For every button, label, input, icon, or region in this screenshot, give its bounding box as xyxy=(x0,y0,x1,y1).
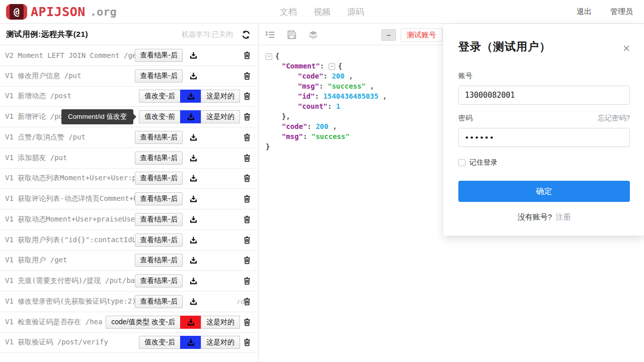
trash-icon[interactable] xyxy=(243,51,251,59)
view-result-button[interactable]: 查看结果-后 xyxy=(135,152,183,165)
diff-result-button[interactable]: code/值类型 改变-后 xyxy=(106,316,181,329)
test-case-row[interactable]: V1 获取评论列表-动态详情页Comment+U查看结果-后 xyxy=(0,189,258,209)
view-result-button[interactable]: 查看结果-后 xyxy=(135,131,183,144)
trash-icon[interactable] xyxy=(243,236,251,244)
nav-link-right[interactable]: 退出 xyxy=(577,7,592,17)
collapse-button[interactable]: − xyxy=(381,29,396,41)
register-link[interactable]: 注册 xyxy=(555,212,571,221)
account-label: 账号 xyxy=(458,71,630,81)
diff-result-button[interactable]: 值改变-前 xyxy=(139,110,181,123)
download-button[interactable] xyxy=(180,110,201,123)
json-token-num: 1540436485035 xyxy=(324,92,379,100)
download-icon[interactable] xyxy=(189,277,198,285)
test-case-row[interactable]: V2 Moment LEFT JOIN Comment /ge查看结果-后 xyxy=(0,45,258,66)
test-case-row[interactable]: V1 添加朋友 /put查看结果-后 xyxy=(0,148,258,169)
json-token-punc: : xyxy=(315,92,324,100)
test-case-row[interactable]: V1 新增动态 /post 值改变-后 这是对的 xyxy=(0,87,258,107)
download-icon[interactable] xyxy=(189,72,198,80)
download-icon[interactable] xyxy=(189,256,198,264)
trash-icon[interactable] xyxy=(243,113,251,121)
password-label: 密码 xyxy=(458,114,472,123)
diff-result-button[interactable]: 值改变-后 xyxy=(139,90,181,103)
download-icon[interactable] xyxy=(189,298,198,306)
trash-icon[interactable] xyxy=(243,195,251,203)
download-icon[interactable] xyxy=(189,195,198,203)
mark-correct-button[interactable]: 这是对的 xyxy=(201,316,240,329)
trash-icon[interactable] xyxy=(243,154,251,162)
nav-link-right[interactable]: 管理员 xyxy=(610,7,633,17)
toolbar-icons xyxy=(265,30,318,40)
save-icon[interactable] xyxy=(287,30,297,40)
test-account-button[interactable]: 测试账号 xyxy=(400,28,443,42)
test-case-row[interactable]: V1 新增评论 /post 值改变-前 这是对的 Comment/id 值改变 xyxy=(0,107,258,127)
forgot-password-link[interactable]: 忘记密码? xyxy=(598,114,630,123)
confirm-button[interactable]: 确定 xyxy=(458,181,630,202)
view-result-button[interactable]: 查看结果-后 xyxy=(135,234,183,247)
test-case-label: V1 获取动态列表Moment+User+User:p xyxy=(5,174,135,183)
test-case-row[interactable]: V1 获取验证码 /post/verify 值改变-后 这是对的 xyxy=(0,333,258,353)
trash-icon[interactable] xyxy=(243,338,251,347)
json-token-key: "count" xyxy=(298,102,328,110)
test-case-row[interactable]: V1 修改登录密码(先获取验证码type:2)查看结果-后 rd xyxy=(0,292,258,312)
download-icon[interactable] xyxy=(189,154,198,162)
download-button[interactable] xyxy=(180,90,201,103)
trash-icon[interactable] xyxy=(243,92,251,101)
view-result-button[interactable]: 查看结果-后 xyxy=(135,192,183,205)
top-nav: 文档视频源码 xyxy=(280,0,364,24)
diff-result-button[interactable]: 值改变-后 xyxy=(139,336,181,349)
mark-correct-button[interactable]: 这是对的 xyxy=(201,110,240,123)
trash-icon[interactable] xyxy=(243,297,251,306)
refresh-icon[interactable] xyxy=(241,30,251,40)
download-icon[interactable] xyxy=(189,133,198,141)
nav-link[interactable]: 视频 xyxy=(313,6,331,18)
account-input[interactable]: 13000082001 xyxy=(458,86,630,105)
download-button[interactable] xyxy=(180,316,201,329)
view-result-button[interactable]: 查看结果-后 xyxy=(135,49,183,62)
view-result-button[interactable]: 查看结果-后 xyxy=(135,295,183,308)
close-icon[interactable]: × xyxy=(623,42,630,54)
trash-icon[interactable] xyxy=(243,256,251,265)
json-token-punc: , xyxy=(329,122,337,130)
download-icon[interactable] xyxy=(189,51,198,59)
view-result-button[interactable]: 查看结果-后 xyxy=(135,254,183,267)
remember-login-checkbox[interactable] xyxy=(458,159,465,166)
test-case-row[interactable]: V1 获取动态Moment+User+praiseUse查看结果-后 xyxy=(0,209,258,230)
json-token-punc: : xyxy=(303,132,311,140)
collapse-toggle-icon[interactable]: − xyxy=(329,63,335,70)
json-token-key: "msg" xyxy=(298,82,319,90)
trash-icon[interactable] xyxy=(243,215,251,224)
password-input[interactable]: •••••• xyxy=(458,128,630,147)
test-case-row[interactable]: V1 获取动态列表Moment+User+User:p查看结果-后 xyxy=(0,169,258,189)
test-case-row[interactable]: V1 获取用户列表("id{}":contactIdL查看结果-后 xyxy=(0,230,258,251)
add-list-icon[interactable] xyxy=(265,30,276,40)
download-button[interactable] xyxy=(180,336,201,349)
trash-icon[interactable] xyxy=(243,318,251,326)
trash-icon[interactable] xyxy=(243,71,251,80)
mark-correct-button[interactable]: 这是对的 xyxy=(201,336,240,349)
test-case-row[interactable]: V1 点赞/取消点赞 /put查看结果-后 xyxy=(0,127,258,148)
nav-link[interactable]: 源码 xyxy=(347,6,364,18)
test-case-label: V1 获取用户 /get xyxy=(5,256,135,265)
view-result-button[interactable]: 查看结果-后 xyxy=(135,69,183,83)
layers-icon[interactable] xyxy=(308,30,318,40)
view-result-button[interactable]: 查看结果-后 xyxy=(135,274,183,287)
download-icon[interactable] xyxy=(189,236,198,244)
compare-button-group: 值改变-后 这是对的 xyxy=(139,336,240,349)
test-case-row[interactable]: V1 获取用户 /get查看结果-后 xyxy=(0,251,258,271)
nav-link[interactable]: 文档 xyxy=(280,6,297,18)
mark-correct-button[interactable]: 这是对的 xyxy=(201,90,240,103)
test-case-row[interactable]: V1 修改用户信息 /put查看结果-后 xyxy=(0,66,258,87)
trash-icon[interactable] xyxy=(243,174,251,183)
download-icon[interactable] xyxy=(189,174,198,182)
download-icon[interactable] xyxy=(189,215,198,224)
test-case-row[interactable]: V1 充值(需要支付密码)/提现 /put/ba查看结果-后 xyxy=(0,271,258,292)
collapse-toggle-icon[interactable]: − xyxy=(266,53,272,60)
trash-icon[interactable] xyxy=(243,133,251,141)
top-header: @ APIJSON .org 文档视频源码 退出管理员 xyxy=(0,0,644,24)
json-token-punc: , xyxy=(366,82,374,90)
view-result-button[interactable]: 查看结果-后 xyxy=(135,213,183,226)
apijson-logo[interactable]: @ APIJSON .org xyxy=(6,4,117,20)
view-result-button[interactable]: 查看结果-后 xyxy=(135,172,183,185)
trash-icon[interactable] xyxy=(243,277,251,285)
test-case-row[interactable]: V1 检查验证码是否存在 /hea code/值类型 改变-后 这是对的 xyxy=(0,312,258,333)
